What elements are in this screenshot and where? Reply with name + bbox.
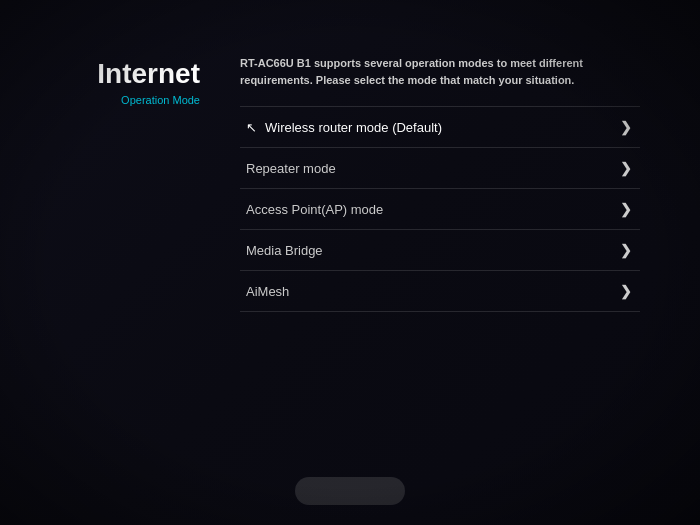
chevron-right-icon: ❯ xyxy=(620,283,632,299)
description-text: RT-AC66U B1 supports several operation m… xyxy=(240,55,640,88)
right-panel: RT-AC66U B1 supports several operation m… xyxy=(240,55,640,457)
menu-item-label: Repeater mode xyxy=(246,161,336,176)
menu-item-label: Wireless router mode (Default) xyxy=(265,120,442,135)
chevron-right-icon: ❯ xyxy=(620,201,632,217)
menu-item-access-point[interactable]: Access Point(AP) mode❯ xyxy=(240,188,640,229)
close-button[interactable] xyxy=(295,477,405,505)
menu-item-label: Access Point(AP) mode xyxy=(246,202,383,217)
page-subtitle: Operation Mode xyxy=(121,94,200,106)
screen: Internet Operation Mode RT-AC66U B1 supp… xyxy=(0,0,700,525)
bottom-area xyxy=(0,477,700,525)
page-title: Internet xyxy=(97,59,200,90)
menu-item-aimesh[interactable]: AiMesh❯ xyxy=(240,270,640,312)
cursor-icon: ↖ xyxy=(246,120,257,135)
menu-item-label: Media Bridge xyxy=(246,243,323,258)
chevron-right-icon: ❯ xyxy=(620,242,632,258)
main-content: Internet Operation Mode RT-AC66U B1 supp… xyxy=(0,0,700,477)
menu-item-media-bridge[interactable]: Media Bridge❯ xyxy=(240,229,640,270)
chevron-right-icon: ❯ xyxy=(620,160,632,176)
menu-item-wireless-router[interactable]: ↖Wireless router mode (Default)❯ xyxy=(240,106,640,147)
menu-item-label: AiMesh xyxy=(246,284,289,299)
left-panel: Internet Operation Mode xyxy=(60,55,200,457)
menu-item-repeater[interactable]: Repeater mode❯ xyxy=(240,147,640,188)
menu-list: ↖Wireless router mode (Default)❯Repeater… xyxy=(240,106,640,312)
chevron-right-icon: ❯ xyxy=(620,119,632,135)
